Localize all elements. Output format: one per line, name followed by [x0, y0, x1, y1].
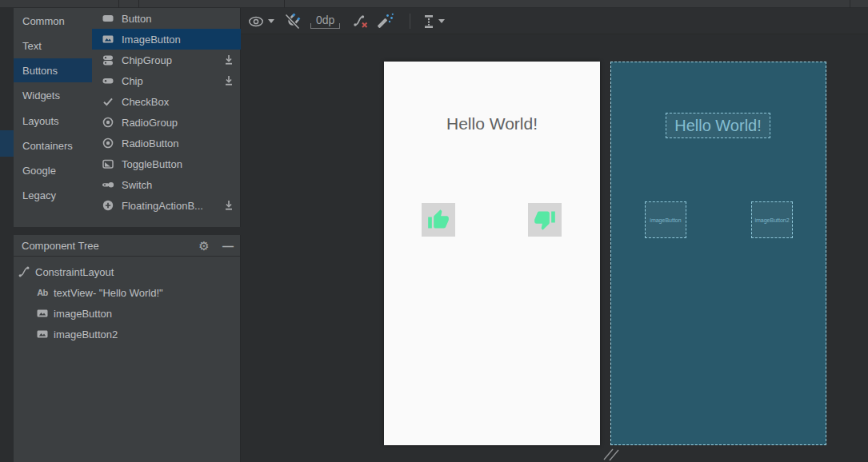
pack-selection-caret-icon[interactable] — [438, 8, 445, 34]
palette-category-text[interactable]: Text — [14, 34, 92, 58]
palette-category-buttons[interactable]: Buttons — [14, 58, 92, 82]
layout-editor-window: Common Text Buttons Widgets Layouts Cont… — [0, 0, 868, 462]
palette-item-checkbox[interactable]: CheckBox — [92, 91, 241, 112]
canvas-resize-handle[interactable] — [602, 446, 624, 462]
toggle-button-icon — [102, 157, 114, 170]
view-options-caret-icon[interactable] — [268, 8, 274, 34]
tree-item-label: ConstraintLayout — [35, 266, 114, 278]
palette-item-label: ChipGroup — [122, 54, 172, 66]
top-toolbar-sliver — [0, 0, 868, 8]
category-label: Legacy — [22, 189, 56, 201]
fab-icon — [102, 199, 114, 212]
thumb-down-icon — [534, 209, 556, 231]
palette-item-label: FloatingActionB... — [122, 200, 203, 212]
blueprint-imagebutton2[interactable]: imageButton2 — [751, 201, 793, 238]
top-separator — [850, 0, 850, 8]
category-label: Containers — [22, 140, 73, 152]
tree-item-textview[interactable]: Ab textView- "Hello World!" — [14, 282, 240, 303]
category-label: Text — [22, 40, 42, 52]
category-label: Widgets — [22, 90, 60, 102]
radio-group-icon — [102, 116, 114, 129]
chip-group-icon — [102, 54, 114, 66]
blueprint-imagebutton2-label: imageButton2 — [754, 217, 789, 223]
category-label: Google — [22, 165, 56, 177]
radio-button-icon — [102, 137, 114, 149]
component-tree-panel: Component Tree ⚙ — ConstraintLayout Ab t… — [14, 235, 241, 462]
blueprint-textview-label: Hello World! — [674, 117, 762, 135]
palette-item-label: RadioGroup — [122, 117, 178, 129]
category-label: Buttons — [22, 65, 58, 77]
palette-category-common[interactable]: Common — [14, 9, 92, 33]
palette-item-radiobutton[interactable]: RadioButton — [92, 133, 241, 153]
blueprint-surface: Hello World! imageButton imageButton2 — [610, 62, 826, 445]
tree-item-label: imageButton — [54, 308, 112, 320]
palette-item-radiogroup[interactable]: RadioGroup — [92, 112, 241, 133]
checkbox-icon — [102, 95, 114, 108]
palette-item-label: ImageButton — [122, 34, 181, 46]
palette-item-imagebutton[interactable]: ImageButton — [92, 29, 241, 50]
tree-item-imagebutton2[interactable]: imageButton2 — [14, 324, 240, 345]
design-imagebutton-thumb-up[interactable] — [422, 203, 455, 237]
constraint-layout-icon — [18, 265, 30, 278]
palette-item-button[interactable]: Button — [92, 8, 241, 29]
palette-tool-window-button[interactable] — [0, 130, 14, 157]
minimize-icon[interactable]: — — [219, 235, 237, 257]
blueprint-imagebutton-label: imageButton — [650, 217, 681, 223]
switch-icon — [102, 178, 114, 191]
category-label: Common — [22, 15, 65, 27]
pack-selection-icon[interactable] — [422, 8, 435, 34]
text-view-icon: Ab — [36, 286, 49, 299]
design-textview[interactable]: Hello World! — [384, 114, 600, 133]
palette-category-google[interactable]: Google — [14, 158, 92, 182]
clear-constraints-icon[interactable] — [352, 8, 371, 34]
top-separator — [138, 0, 139, 8]
palette-category-legacy[interactable]: Legacy — [14, 183, 92, 207]
toolbar-separator — [410, 14, 410, 29]
thumb-up-icon — [427, 209, 450, 231]
chip-icon — [102, 74, 114, 87]
image-button-icon — [36, 307, 49, 320]
tool-window-stripe — [0, 8, 14, 462]
palette-item-label: CheckBox — [122, 96, 169, 108]
view-options-icon[interactable] — [248, 8, 264, 34]
tree-item-imagebutton[interactable]: imageButton — [14, 303, 240, 324]
palette-item-floatingactionbutton[interactable]: FloatingActionB... — [92, 195, 241, 216]
top-separator — [118, 0, 119, 8]
palette-item-label: RadioButton — [122, 137, 179, 149]
download-icon[interactable] — [223, 54, 234, 66]
palette-item-switch[interactable]: Switch — [92, 174, 241, 195]
palette-item-chip[interactable]: Chip — [92, 70, 241, 91]
palette-item-label: ToggleButton — [122, 158, 182, 170]
design-toolbar: 0dp — [241, 8, 868, 34]
image-button-icon — [102, 33, 114, 46]
blueprint-textview[interactable]: Hello World! — [666, 113, 770, 138]
margin-value: 0dp — [310, 14, 340, 29]
component-tree-header: Component Tree ⚙ — — [14, 235, 240, 257]
download-icon[interactable] — [223, 74, 234, 87]
download-icon[interactable] — [223, 199, 234, 212]
image-button-icon — [36, 328, 49, 341]
component-tree-title: Component Tree — [22, 240, 99, 252]
default-margins[interactable]: 0dp — [310, 8, 340, 34]
gear-icon[interactable]: ⚙ — [196, 235, 212, 257]
palette-category-containers[interactable]: Containers — [14, 133, 92, 157]
infer-constraints-icon[interactable] — [376, 8, 395, 34]
palette-item-togglebutton[interactable]: ToggleButton — [92, 153, 241, 174]
top-separator — [284, 0, 285, 8]
design-imagebutton2-thumb-down[interactable] — [528, 203, 562, 237]
blueprint-imagebutton[interactable]: imageButton — [645, 201, 686, 238]
palette-panel: Common Text Buttons Widgets Layouts Cont… — [14, 8, 241, 227]
category-label: Layouts — [22, 115, 59, 127]
palette-item-label: Switch — [122, 179, 152, 191]
tree-item-label: imageButton2 — [54, 329, 118, 341]
palette-item-label: Button — [122, 13, 152, 25]
palette-category-layouts[interactable]: Layouts — [14, 109, 92, 133]
palette-item-label: Chip — [122, 75, 143, 87]
palette-category-widgets[interactable]: Widgets — [14, 83, 92, 107]
ab-glyph: Ab — [37, 288, 48, 297]
button-icon — [102, 12, 114, 25]
tree-item-constraintlayout[interactable]: ConstraintLayout — [14, 261, 240, 282]
tree-item-label: textView- "Hello World!" — [54, 287, 163, 299]
autoconnect-off-icon[interactable] — [282, 8, 302, 34]
palette-item-chipgroup[interactable]: ChipGroup — [92, 50, 241, 70]
